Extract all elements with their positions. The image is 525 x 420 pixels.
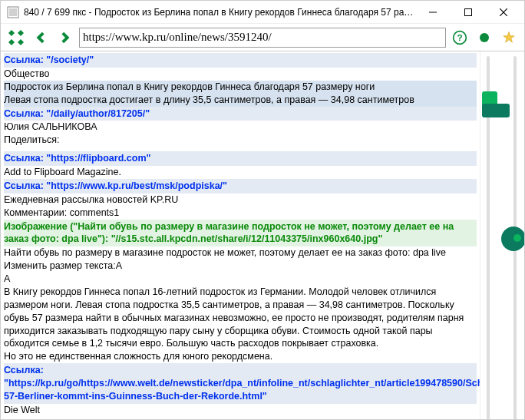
minimize-button[interactable] bbox=[415, 2, 451, 23]
text-society: Общество bbox=[4, 68, 477, 81]
link-welt[interactable]: Ссылка: "https://kp.ru/go/https://www.we… bbox=[4, 363, 477, 404]
app-icon bbox=[7, 6, 19, 18]
window: 840 / 7 699 пкс - Подросток из Берлина п… bbox=[0, 0, 525, 420]
link-subscribe[interactable]: Ссылка: "https://www.kp.ru/best/msk/podp… bbox=[4, 179, 477, 193]
textsize-a2[interactable]: A bbox=[4, 273, 477, 286]
body-area: Ссылка: "/society/" Общество Подросток и… bbox=[1, 51, 524, 419]
titlebar: 840 / 7 699 пкс - Подросток из Берлина п… bbox=[1, 1, 524, 24]
maximize-button[interactable] bbox=[451, 2, 486, 23]
paragraph-3: пишет, что подросток жалуется на слишком… bbox=[4, 417, 477, 419]
slider-knob-dot bbox=[513, 234, 521, 242]
link-author[interactable]: Ссылка: "/daily/author/817205/" bbox=[4, 107, 477, 121]
star-icon[interactable] bbox=[498, 27, 520, 48]
comments-text: Комментарии: comments1 bbox=[4, 207, 477, 220]
newsletter-text: Ежедневная рассылка новостей KP.RU bbox=[4, 193, 477, 207]
headline: Подросток из Берлина попал в Книгу рекор… bbox=[4, 81, 477, 94]
slider-knob-right[interactable] bbox=[501, 227, 524, 251]
back-button[interactable] bbox=[30, 27, 51, 48]
window-controls bbox=[415, 2, 521, 23]
paragraph-2: Но это не единственная сложность для юно… bbox=[4, 350, 477, 363]
image-entry[interactable]: Изображение ("Найти обувь по размеру в м… bbox=[4, 220, 477, 247]
content-pane[interactable]: Ссылка: "/society/" Общество Подросток и… bbox=[1, 51, 480, 419]
svg-text:?: ? bbox=[457, 32, 462, 42]
paragraph-1: В Книгу рекордов Гиннеса попал 16-летний… bbox=[4, 286, 477, 350]
close-button[interactable] bbox=[486, 2, 521, 23]
textsize-text: Изменить размер текста: bbox=[4, 260, 116, 271]
url-input[interactable] bbox=[79, 28, 446, 48]
author-name: Юлия САЛЬНИКОВА bbox=[4, 121, 477, 134]
svg-rect-2 bbox=[465, 8, 472, 15]
flipboard-text: Add to Flipboard Magazine. bbox=[4, 166, 477, 179]
subheadline: Левая стопа подростка достигает в длину … bbox=[4, 94, 477, 107]
diewelt-text: Die Welt bbox=[4, 404, 477, 417]
forward-button[interactable] bbox=[54, 27, 76, 48]
svg-point-7 bbox=[480, 33, 489, 42]
window-title: 840 / 7 699 пкс - Подросток из Берлина п… bbox=[24, 7, 415, 18]
share-label: Поделиться: bbox=[4, 134, 477, 147]
link-society[interactable]: Ссылка: "/society/" bbox=[4, 53, 477, 68]
toolbar: ? bbox=[1, 24, 524, 51]
textsize-a[interactable]: A bbox=[116, 260, 122, 271]
link-flipboard[interactable]: Ссылка: "https://flipboard.com" bbox=[4, 151, 477, 166]
status-dot-icon[interactable] bbox=[474, 27, 495, 48]
textsize-label: Изменить размер текста:A bbox=[4, 260, 477, 273]
right-rail bbox=[480, 51, 524, 419]
image-caption: Найти обувь по размеру в магазине подрос… bbox=[4, 246, 477, 260]
help-icon[interactable]: ? bbox=[449, 27, 471, 48]
slider-thumb-left-b[interactable] bbox=[482, 104, 510, 117]
settings-icon[interactable] bbox=[5, 27, 27, 48]
